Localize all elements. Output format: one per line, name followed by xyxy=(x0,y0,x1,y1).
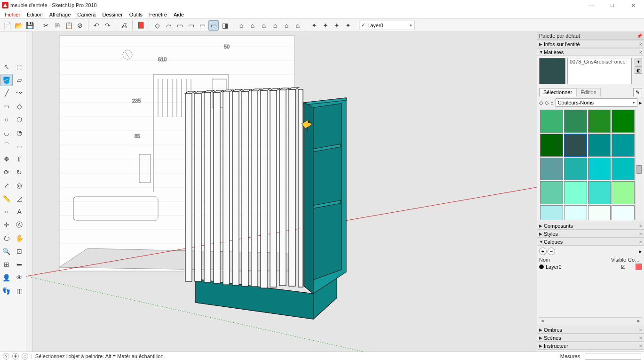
eraser[interactable]: ▱ xyxy=(14,74,26,86)
right-view[interactable]: ▭ xyxy=(208,20,219,31)
layers-menu-icon[interactable]: ▸ xyxy=(639,248,642,255)
panel-head-materials[interactable]: ▼ Matières × xyxy=(537,48,644,56)
front-view[interactable]: ▭ xyxy=(175,20,185,31)
remove-layer-icon[interactable]: − xyxy=(548,248,555,255)
ext-2[interactable]: ✦ xyxy=(320,20,331,31)
current-material-swatch[interactable] xyxy=(539,58,565,84)
geo-icon[interactable]: ✚ xyxy=(12,353,19,360)
home-icon[interactable]: ⌂ xyxy=(550,100,554,105)
menu-caméra[interactable]: Caméra xyxy=(74,11,98,18)
color-swatch[interactable] xyxy=(564,158,587,181)
color-swatch[interactable] xyxy=(564,110,587,133)
house-2[interactable]: ⌂ xyxy=(247,20,258,31)
pin-icon[interactable]: 📌 xyxy=(636,33,642,39)
color-swatch[interactable] xyxy=(588,134,611,157)
panel-head-scenes[interactable]: ▶Scènes× xyxy=(537,334,644,342)
eyedropper-icon[interactable]: ✎ xyxy=(633,88,642,96)
copy[interactable]: ⎘ xyxy=(52,20,63,31)
layers-h-scrollbar[interactable]: ◂▸ xyxy=(539,317,642,324)
arc4-tool[interactable]: ⌓ xyxy=(14,140,26,152)
tab-edit[interactable]: Édition xyxy=(576,88,601,96)
menu-affichage[interactable]: Affichage xyxy=(47,11,74,18)
add-layer-icon[interactable]: + xyxy=(539,248,547,255)
scale-tool[interactable]: ⤢ xyxy=(0,179,13,192)
menu-dessiner[interactable]: Dessiner xyxy=(99,11,125,18)
house-4[interactable]: ⌂ xyxy=(270,20,280,31)
color-swatch[interactable] xyxy=(588,158,611,181)
axes-tool[interactable]: ✛ xyxy=(0,219,13,231)
library-menu-icon[interactable]: ▸ xyxy=(639,100,642,106)
orbit-tool[interactable]: ⭮ xyxy=(0,232,13,244)
pan-tool[interactable]: ✋ xyxy=(14,232,26,244)
top-view[interactable]: ▱ xyxy=(163,20,174,31)
section-tool[interactable]: ◫ xyxy=(14,285,26,297)
pie-tool[interactable]: ◔ xyxy=(14,127,26,139)
redo[interactable]: ↷ xyxy=(103,20,113,31)
tray-title[interactable]: Palette par défaut 📌 xyxy=(537,32,644,40)
measures-input[interactable] xyxy=(585,353,641,360)
color-swatch[interactable] xyxy=(564,205,587,220)
menu-outils[interactable]: Outils xyxy=(127,11,145,18)
close-icon[interactable]: × xyxy=(639,41,642,47)
arc-tool[interactable]: ◡ xyxy=(0,127,13,139)
ext-1[interactable]: ✦ xyxy=(309,20,319,31)
pushpull-tool[interactable]: ⇧ xyxy=(14,153,26,165)
shaded-view[interactable]: ◨ xyxy=(220,20,230,31)
color-swatch[interactable] xyxy=(564,134,587,157)
layer-visible-checkbox[interactable]: ☑ xyxy=(614,264,633,270)
color-swatch[interactable] xyxy=(564,181,587,204)
material-name-field[interactable]: 0078_GrisArdoiseFoncé xyxy=(567,58,632,84)
color-swatch[interactable] xyxy=(540,158,563,181)
panel-head-components[interactable]: ▶Composants× xyxy=(537,222,644,230)
color-swatch[interactable] xyxy=(588,110,611,133)
viewport-3d[interactable]: 235 85 610 50 xyxy=(26,32,537,352)
component-tool[interactable]: ⬚ xyxy=(14,61,26,73)
minimize-button[interactable]: ― xyxy=(580,0,602,10)
model-info[interactable]: 📕 xyxy=(135,20,146,31)
delete[interactable]: ⊘ xyxy=(75,20,85,31)
nav-fwd-icon[interactable]: ◇ xyxy=(545,100,549,106)
layer-row[interactable]: Layer0 ☑ xyxy=(539,264,642,270)
layer-selector[interactable]: ✓Layer0▾ xyxy=(359,21,414,30)
house-5[interactable]: ⌂ xyxy=(281,20,292,31)
ext-3[interactable]: ✦ xyxy=(332,20,342,31)
active-layer-radio[interactable] xyxy=(539,264,544,269)
walk-tool[interactable]: 👣 xyxy=(0,285,13,297)
close-button[interactable]: ✕ xyxy=(623,0,644,10)
offset-tool[interactable]: ◎ xyxy=(14,179,26,192)
circle-tool[interactable]: ○ xyxy=(0,113,13,126)
rotated-rect-tool[interactable]: ◇ xyxy=(14,100,26,112)
house-1[interactable]: ⌂ xyxy=(236,20,246,31)
3dtext-tool[interactable]: Ⓐ xyxy=(14,219,26,231)
color-swatch[interactable] xyxy=(588,181,611,204)
model-canvas[interactable]: 235 85 610 50 xyxy=(26,32,537,352)
prev-view-tool[interactable]: ⬅ xyxy=(14,258,26,271)
color-swatch[interactable] xyxy=(540,134,563,157)
protractor-tool[interactable]: ◿ xyxy=(14,192,26,205)
color-swatch[interactable] xyxy=(612,134,635,157)
zoom-tool[interactable]: 🔍 xyxy=(0,245,13,257)
freehand-tool[interactable]: 〰 xyxy=(14,87,26,99)
nav-back-icon[interactable]: ◇ xyxy=(539,100,543,106)
dim-tool[interactable]: ↔ xyxy=(0,206,13,218)
paste[interactable]: 📋 xyxy=(64,20,74,31)
panel-head-shadows[interactable]: ▶Ombres× xyxy=(537,326,644,334)
house-6[interactable]: ⌂ xyxy=(293,20,303,31)
color-swatch[interactable] xyxy=(540,205,563,220)
cut[interactable]: ✂ xyxy=(41,20,51,31)
close-icon[interactable]: × xyxy=(639,49,642,55)
material-library-combo[interactable]: Couleurs-Noms▾ xyxy=(556,98,637,107)
arc3-tool[interactable]: ⌒ xyxy=(0,140,13,152)
color-swatch[interactable] xyxy=(612,181,635,204)
open-file[interactable]: 📂 xyxy=(13,20,24,31)
color-swatch[interactable] xyxy=(540,110,563,133)
layer-color-swatch[interactable] xyxy=(636,264,642,270)
panel-head-styles[interactable]: ▶Styles× xyxy=(537,230,644,238)
maximize-button[interactable]: □ xyxy=(602,0,623,10)
help-icon[interactable]: ? xyxy=(3,353,9,360)
swatch-scrollbar[interactable] xyxy=(636,109,642,220)
zoom-window-tool[interactable]: ⊡ xyxy=(14,245,26,257)
menu-aide[interactable]: Aide xyxy=(171,11,187,18)
tape-tool[interactable]: 📏 xyxy=(0,192,13,205)
paint-bucket[interactable]: 🪣 xyxy=(0,74,13,86)
